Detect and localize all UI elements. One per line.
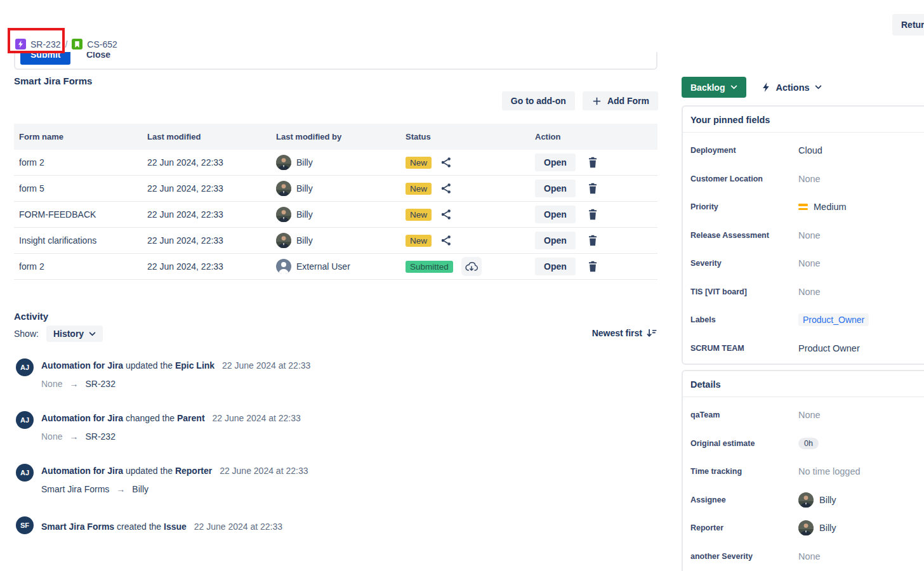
- status-badge: New: [406, 183, 432, 195]
- share-icon[interactable]: [440, 182, 452, 195]
- activity-verb: updated the: [126, 466, 173, 476]
- field-assignee: Assignee Billy: [690, 486, 924, 515]
- sort-order-toggle[interactable]: Newest first: [558, 328, 657, 338]
- field-value[interactable]: Billy: [798, 520, 924, 535]
- pinned-fields-panel: Your pinned fields Deployment Cloud Cust…: [682, 105, 924, 365]
- field-value[interactable]: None: [798, 551, 924, 561]
- breadcrumb: SR-232 / CS-652: [15, 39, 117, 49]
- table-row: FORM-FEEDBACK 22 Jun 2024, 22:33 Billy N…: [14, 202, 657, 228]
- share-icon[interactable]: [440, 208, 452, 221]
- field-time-tracking: Time tracking No time logged: [690, 457, 924, 486]
- sort-descending-icon: [646, 328, 657, 338]
- activity-field: Parent: [177, 413, 205, 423]
- breadcrumb-current-issue[interactable]: CS-652: [72, 39, 117, 49]
- col-last-modified-by: Last modified by: [271, 132, 400, 141]
- open-button[interactable]: Open: [535, 258, 576, 275]
- field-priority: Priority Medium: [690, 193, 924, 221]
- details-title: Details: [683, 371, 924, 397]
- field-value-text: Billy: [819, 495, 836, 505]
- activity-verb: created the: [117, 522, 161, 532]
- field-label: Release Assessment: [690, 231, 798, 240]
- field-value-text: None: [798, 410, 821, 420]
- trash-icon[interactable]: [587, 156, 598, 169]
- trash-icon[interactable]: [587, 208, 598, 221]
- user-avatar: [276, 181, 291, 196]
- change-from: Smart Jira Forms: [41, 483, 109, 495]
- breadcrumb-separator: /: [65, 39, 67, 49]
- form-name: form 2: [14, 157, 142, 167]
- form-name: Insight clarifications: [14, 235, 142, 246]
- activity-feed: AJ Automation for Jira updated the Epic …: [16, 358, 650, 556]
- plus-icon: [591, 96, 602, 107]
- field-label: Assignee: [690, 496, 798, 504]
- show-label: Show:: [14, 329, 39, 339]
- field-value[interactable]: No time logged: [798, 466, 924, 476]
- field-value-text: Billy: [819, 523, 836, 533]
- user-avatar: [276, 233, 291, 248]
- forms-table: Form name Last modified Last modified by…: [14, 124, 657, 280]
- field-severity: Severity None: [690, 249, 924, 278]
- status-dropdown-backlog[interactable]: Backlog: [682, 77, 746, 98]
- modified-by-name: Billy: [296, 157, 313, 167]
- field-tis-vit-board: TIS [VIT board] None: [690, 278, 924, 306]
- form-name: FORM-FEEDBACK: [14, 209, 142, 220]
- open-button[interactable]: Open: [535, 180, 576, 197]
- col-status: Status: [400, 132, 530, 141]
- breadcrumb-parent-issue[interactable]: SR-232: [15, 39, 60, 49]
- share-icon[interactable]: [440, 156, 452, 169]
- actor-avatar: AJ: [16, 358, 34, 376]
- activity-field: Issue: [164, 522, 187, 532]
- field-value[interactable]: 0h: [798, 438, 924, 449]
- activity-item: AJ Automation for Jira updated the Repor…: [16, 464, 650, 495]
- priority-medium-icon: [798, 204, 808, 210]
- status-badge: Submitted: [406, 261, 453, 273]
- external-user-icon: [276, 259, 291, 274]
- activity-actor: Automation for Jira: [41, 413, 123, 423]
- open-button[interactable]: Open: [535, 154, 576, 171]
- trash-icon[interactable]: [587, 260, 598, 273]
- user-avatar: [276, 155, 291, 170]
- actions-dropdown[interactable]: Actions: [762, 82, 821, 93]
- field-original-estimate: Original estimate 0h: [690, 430, 924, 458]
- field-value[interactable]: Product Owner: [798, 343, 924, 353]
- history-filter-dropdown[interactable]: History: [46, 325, 103, 342]
- user-avatar: [276, 207, 291, 222]
- field-value[interactable]: Medium: [798, 202, 924, 212]
- field-label: Customer Location: [690, 174, 798, 183]
- breadcrumb-parent-key[interactable]: SR-232: [30, 39, 60, 49]
- status-label: Backlog: [690, 82, 725, 93]
- add-form-button[interactable]: Add Form: [583, 91, 658, 110]
- download-responses-icon[interactable]: [461, 257, 482, 276]
- field-value[interactable]: None: [798, 287, 924, 297]
- form-modified: 22 Jun 2024, 22:33: [142, 209, 271, 220]
- field-value[interactable]: Billy: [798, 492, 924, 508]
- activity-field: Epic Link: [175, 360, 214, 371]
- field-value-text: None: [798, 551, 821, 561]
- field-value[interactable]: None: [798, 410, 924, 420]
- field-label: TIS [VIT board]: [690, 287, 798, 296]
- activity-actor: Automation for Jira: [41, 360, 123, 371]
- change-to: SR-232: [85, 431, 115, 442]
- open-button[interactable]: Open: [535, 206, 576, 223]
- trash-icon[interactable]: [587, 182, 598, 195]
- field-value[interactable]: Cloud: [798, 145, 924, 155]
- actor-avatar: AJ: [16, 411, 34, 429]
- field-value[interactable]: None: [798, 174, 924, 184]
- field-labels: Labels Product_Owner: [690, 306, 924, 334]
- form-name: form 2: [14, 261, 142, 272]
- goto-addon-button[interactable]: Go to add-on: [502, 91, 575, 110]
- breadcrumb-current-key[interactable]: CS-652: [87, 39, 117, 49]
- activity-title: Activity: [14, 311, 48, 322]
- field-value[interactable]: None: [798, 258, 924, 268]
- field-label: Original estimate: [690, 439, 798, 448]
- activity-filter-row: Show: History: [14, 325, 103, 342]
- field-another-severity: another Severity None: [690, 542, 924, 571]
- table-row: form 2 22 Jun 2024, 22:33 External User …: [14, 254, 657, 280]
- return-button[interactable]: Return: [892, 14, 924, 36]
- label-chip-link[interactable]: Product_Owner: [798, 313, 869, 326]
- share-icon[interactable]: [440, 234, 452, 247]
- field-value[interactable]: None: [798, 230, 924, 240]
- open-button[interactable]: Open: [535, 232, 576, 249]
- goto-addon-label: Go to add-on: [511, 96, 566, 106]
- trash-icon[interactable]: [587, 234, 598, 247]
